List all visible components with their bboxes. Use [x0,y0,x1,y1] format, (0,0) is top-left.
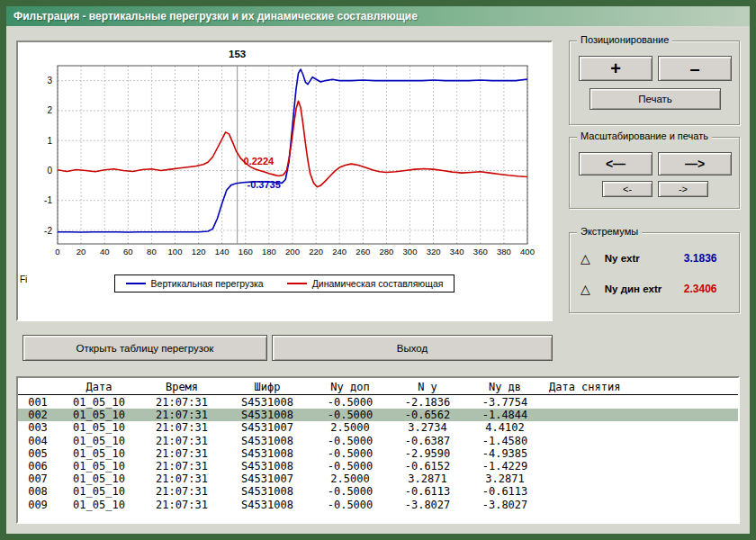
table-cell: -0.5000 [311,499,389,511]
exit-button[interactable]: Выход [272,335,553,361]
positioning-group: Позиционирование + – Печать [569,40,740,125]
scroll-right-big-button[interactable]: —> [658,152,732,176]
table-cell [544,447,738,460]
svg-text:300: 300 [403,247,418,256]
table-header-cell: Ny доп [311,380,389,394]
table-row[interactable]: 00701_05_1021:07:31S45310072.50003.28713… [18,472,738,485]
table-row[interactable]: 00501_05_1021:07:31S4531008-0.5000-2.959… [18,447,738,460]
table-cell: 01_05_10 [58,435,140,447]
table-cell: 006 [18,460,58,472]
table-cell [544,460,738,472]
table-cell: S4531008 [223,396,311,409]
table-cell: 3.2871 [466,472,544,485]
scroll-left-big-button[interactable]: <— [579,152,652,176]
table-cell: -2.9590 [389,447,466,460]
svg-text:260: 260 [356,247,370,256]
table-cell: 21:07:31 [140,435,223,447]
svg-text:153: 153 [229,49,246,59]
scroll-left-small-button[interactable]: <- [602,181,652,197]
client-area: 0204060801001201401601802002202402602803… [6,26,750,534]
table-cell: 21:07:31 [140,499,223,511]
table-cell: S4531008 [223,485,311,498]
svg-text:200: 200 [285,247,300,256]
table-cell: 007 [18,472,58,485]
svg-text:-0.3735: -0.3735 [247,179,280,190]
table-cell: -0.6113 [466,485,544,498]
table-header-cell: Дата [58,380,140,394]
table-cell: 21:07:31 [140,421,223,434]
svg-text:2: 2 [47,105,52,115]
print-button[interactable]: Печать [590,88,721,110]
table-row[interactable]: 00901_05_1021:07:31S4531008-0.5000-3.802… [18,499,738,511]
svg-text:20: 20 [76,247,86,256]
table-cell: 21:07:31 [140,447,223,460]
extremes-group: Экстремумы △ Ny extr 3.1836 △ Ny дин ext… [569,232,740,313]
legend-item-dynamic: Динамическая составляющая [287,278,444,289]
table-cell: S4531007 [223,421,311,434]
table-cell: S4531008 [223,499,311,511]
table-cell: -0.5000 [311,435,389,447]
table-cell: S4531008 [223,447,311,460]
table-cell: -3.8027 [466,499,544,511]
legend-item-vertical: Вертикальная перегрузка [126,278,264,289]
table-cell: -0.6387 [389,435,466,447]
table-header-cell: Шифр [223,380,311,394]
svg-text:40: 40 [100,247,110,256]
svg-text:-2: -2 [44,226,52,236]
scaling-group-title: Масштабирование и печать [577,130,712,141]
title-bar: Фильтрация - вертикальные перегрузки и и… [6,6,750,26]
table-header-cell: Дата снятия [544,380,738,394]
fi-label: Fi [20,274,27,284]
table-cell: 004 [18,435,58,447]
app-window: Фильтрация - вертикальные перегрузки и и… [0,0,756,540]
red-line-swatch [287,283,307,284]
open-table-button[interactable]: Открыть таблицу перегрузок [22,335,267,361]
svg-text:120: 120 [192,247,206,256]
table-cell [544,472,738,485]
table-cell: 01_05_10 [58,421,140,434]
table-cell: -0.5000 [311,447,389,460]
overload-table: ДатаВремяШифрNy допN уNy двДата снятия00… [16,376,740,524]
table-cell: -1.4580 [466,435,544,447]
table-cell: 002 [18,409,58,421]
table-cell: 2.5000 [311,421,389,434]
extreme-row-ny: △ Ny extr 3.1836 [580,251,716,266]
scroll-right-small-button[interactable]: -> [658,181,708,197]
table-cell: 2.5000 [311,472,389,485]
scaling-group: Масштабирование и печать <— —> <- -> [569,137,740,209]
table-header-row: ДатаВремяШифрNy допN уNy двДата снятия [18,380,738,395]
extreme-label: Ny дин extr [605,284,684,294]
zoom-out-button[interactable]: – [658,56,732,81]
table-row[interactable]: 00301_05_1021:07:31S45310072.50003.27344… [18,421,738,434]
svg-text:320: 320 [427,247,441,256]
svg-text:160: 160 [238,247,253,256]
table-cell: 01_05_10 [58,499,140,511]
table-cell: 21:07:31 [140,460,223,472]
zoom-in-button[interactable]: + [579,56,652,81]
window-title: Фильтрация - вертикальные перегрузки и и… [14,10,418,22]
table-row[interactable]: 00201_05_1021:07:31S4531008-0.5000-0.656… [18,409,738,421]
table-row[interactable]: 00401_05_1021:07:31S4531008-0.5000-0.638… [18,435,738,447]
svg-text:0: 0 [47,166,52,176]
svg-text:380: 380 [497,247,511,256]
table-row[interactable]: 00101_05_1021:07:31S4531008-0.5000-2.183… [18,396,738,409]
table-cell [544,421,738,434]
table-cell: 01_05_10 [58,460,140,472]
positioning-group-title: Позиционирование [577,34,672,45]
table-header-cell [18,380,58,394]
table-cell: -0.5000 [311,485,389,498]
table-cell: 01_05_10 [58,409,140,421]
table-row[interactable]: 00801_05_1021:07:31S4531008-0.5000-0.611… [18,485,738,498]
table-cell: 01_05_10 [58,485,140,498]
table-cell: 003 [18,421,58,434]
svg-text:80: 80 [147,247,157,256]
svg-text:60: 60 [123,247,133,256]
table-row[interactable]: 00601_05_1021:07:31S4531008-0.5000-0.615… [18,460,738,472]
table-cell: 3.2871 [389,472,466,485]
svg-text:180: 180 [262,247,276,256]
table-cell: 01_05_10 [58,396,140,409]
table-cell: -0.6113 [389,485,466,498]
table-cell: 008 [18,485,58,498]
overload-chart[interactable]: 0204060801001201401601802002202402602803… [23,44,544,271]
svg-text:400: 400 [520,247,535,256]
